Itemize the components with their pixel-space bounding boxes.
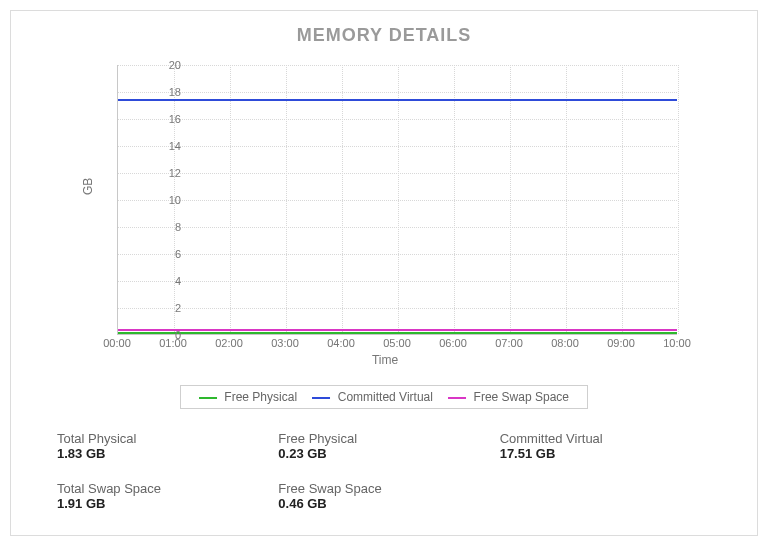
chart-legend: Free Physical Committed Virtual Free Swa… — [180, 385, 588, 409]
x-tick-label: 05:00 — [383, 337, 411, 349]
y-tick-label: 14 — [153, 140, 181, 152]
gridline-v — [454, 65, 455, 334]
gridline-v — [342, 65, 343, 334]
x-tick-label: 00:00 — [103, 337, 131, 349]
y-tick-label: 16 — [153, 113, 181, 125]
y-tick-label: 4 — [153, 275, 181, 287]
legend-item-free-swap: Free Swap Space — [448, 390, 569, 404]
gridline-v — [566, 65, 567, 334]
legend-item-committed-virtual: Committed Virtual — [312, 390, 433, 404]
gridline-v — [510, 65, 511, 334]
legend-swatch-magenta — [448, 397, 466, 399]
legend-label: Committed Virtual — [338, 390, 433, 404]
memory-stats: Total Physical 1.83 GB Free Physical 0.2… — [57, 431, 711, 511]
memory-details-panel: MEMORY DETAILS GB Time 02468101214161820… — [10, 10, 758, 536]
panel-title: MEMORY DETAILS — [11, 11, 757, 46]
stat-label: Total Physical — [57, 431, 268, 446]
stat-value: 0.46 GB — [278, 496, 489, 511]
gridline-v — [398, 65, 399, 334]
stat-total-physical: Total Physical 1.83 GB — [57, 431, 268, 461]
gridline-v — [678, 65, 679, 334]
y-tick-label: 6 — [153, 248, 181, 260]
stat-free-physical: Free Physical 0.23 GB — [278, 431, 489, 461]
x-tick-label: 06:00 — [439, 337, 467, 349]
stat-value: 17.51 GB — [500, 446, 711, 461]
stat-label: Free Physical — [278, 431, 489, 446]
x-tick-label: 10:00 — [663, 337, 691, 349]
y-axis-label: GB — [81, 178, 95, 195]
memory-chart: GB Time 0246810121416182000:0001:0002:00… — [71, 55, 699, 371]
gridline-v — [286, 65, 287, 334]
y-tick-label: 20 — [153, 59, 181, 71]
stat-label: Total Swap Space — [57, 481, 268, 496]
legend-swatch-blue — [312, 397, 330, 399]
stat-value: 0.23 GB — [278, 446, 489, 461]
x-tick-label: 01:00 — [159, 337, 187, 349]
x-tick-label: 03:00 — [271, 337, 299, 349]
stat-value: 1.83 GB — [57, 446, 268, 461]
stat-free-swap: Free Swap Space 0.46 GB — [278, 481, 489, 511]
x-tick-label: 08:00 — [551, 337, 579, 349]
legend-item-free-physical: Free Physical — [199, 390, 297, 404]
stat-label: Free Swap Space — [278, 481, 489, 496]
y-tick-label: 12 — [153, 167, 181, 179]
stat-committed-virtual: Committed Virtual 17.51 GB — [500, 431, 711, 461]
legend-label: Free Physical — [224, 390, 297, 404]
y-tick-label: 18 — [153, 86, 181, 98]
x-axis-label: Time — [71, 353, 699, 367]
stat-label: Committed Virtual — [500, 431, 711, 446]
stat-total-swap: Total Swap Space 1.91 GB — [57, 481, 268, 511]
y-tick-label: 10 — [153, 194, 181, 206]
x-tick-label: 09:00 — [607, 337, 635, 349]
legend-swatch-green — [199, 397, 217, 399]
y-tick-label: 8 — [153, 221, 181, 233]
x-tick-label: 07:00 — [495, 337, 523, 349]
y-tick-label: 2 — [153, 302, 181, 314]
plot-area — [117, 65, 677, 335]
gridline-v — [622, 65, 623, 334]
stat-value: 1.91 GB — [57, 496, 268, 511]
x-tick-label: 04:00 — [327, 337, 355, 349]
legend-label: Free Swap Space — [474, 390, 569, 404]
x-tick-label: 02:00 — [215, 337, 243, 349]
gridline-v — [230, 65, 231, 334]
